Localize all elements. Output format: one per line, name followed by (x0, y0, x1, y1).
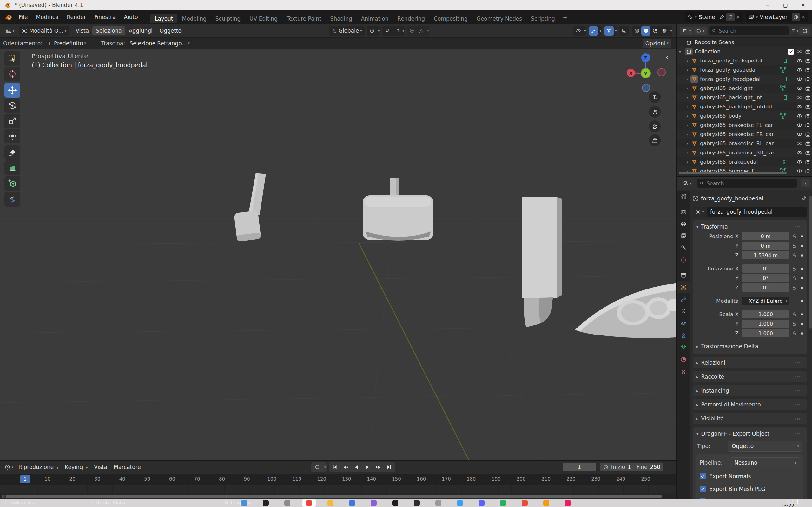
tab-output[interactable] (677, 218, 690, 230)
animate-dot[interactable] (801, 287, 803, 289)
material-shading-button[interactable] (651, 26, 660, 36)
render-camera-icon[interactable] (805, 131, 811, 137)
tool-add-cube[interactable] (4, 176, 20, 191)
hide-eye-icon[interactable] (797, 113, 803, 119)
hide-eye-icon[interactable] (797, 131, 803, 137)
menu-finestra[interactable]: Finestra (90, 12, 120, 22)
viewport-menu-oggetto[interactable]: Oggetto (156, 26, 185, 35)
collection-row[interactable]: ▾ Collection (677, 47, 812, 56)
hide-eye-icon[interactable] (797, 150, 803, 156)
workspace-tab-texture-paint[interactable]: Texture Paint (282, 14, 326, 23)
hide-eye-icon[interactable] (797, 159, 803, 165)
expand-icon[interactable]: › (684, 95, 691, 101)
tool-transform[interactable] (4, 129, 20, 143)
outliner-item[interactable]: › gabrysl65_brakedisc_FL_car (677, 120, 812, 130)
transform-value-field[interactable]: 0° (742, 274, 790, 282)
navigation-gizmo[interactable]: Z X Y (622, 51, 670, 98)
taskbar-app-icon[interactable] (327, 500, 334, 506)
autokey-record-button[interactable] (312, 463, 323, 471)
transform-value-field[interactable]: 0° (742, 265, 790, 273)
workspace-tab-modeling[interactable]: Modeling (177, 14, 211, 23)
object-id-icon[interactable]: ▾ (693, 207, 707, 217)
workspace-tab-shading[interactable]: Shading (326, 14, 357, 23)
animate-dot[interactable] (801, 277, 803, 279)
chevron-down-icon[interactable]: ▾ (402, 29, 404, 33)
viewport-menu-aggiungi[interactable]: Aggiungi (125, 26, 156, 35)
workspace-tab-layout[interactable]: Layout (150, 14, 178, 23)
render-camera-icon[interactable] (805, 104, 811, 110)
taskbar-app-icon[interactable] (565, 500, 571, 506)
panel-percorsi-di-movimento[interactable]: ▸ Percorsi di Movimento :::: (693, 399, 807, 410)
opzioni-dropdown[interactable]: Opzioni▾ (643, 39, 671, 48)
pipeline-dropdown[interactable]: Nessuno▾ (730, 457, 800, 468)
expand-icon[interactable]: › (684, 76, 691, 82)
lock-icon[interactable] (790, 321, 799, 327)
outliner-display-mode-dropdown[interactable]: ▾ (680, 26, 693, 35)
tab-world[interactable] (677, 254, 690, 266)
tab-physics[interactable] (677, 318, 690, 329)
ortho-toggle-button[interactable] (649, 134, 661, 146)
drag-grip-icon[interactable]: :::: (795, 388, 803, 393)
properties-editor-type-button[interactable]: ▾ (680, 179, 694, 187)
outliner-item[interactable]: › gabrysl65_backlight_intddd (677, 102, 812, 111)
timeline-menu-keying[interactable]: Keying ▾ (61, 463, 91, 471)
xray-toggle[interactable] (619, 26, 629, 36)
viewport-3d[interactable]: Prospettiva Utente (1) Collection | forz… (0, 49, 675, 460)
animate-dot[interactable] (801, 323, 803, 325)
tab-scene[interactable] (677, 242, 690, 254)
timeline-menu-riproduzione[interactable]: Riproduzione ▾ (15, 463, 61, 471)
timeline-track[interactable] (0, 485, 675, 493)
workspace-tab-compositing[interactable]: Compositing (429, 14, 472, 23)
tipo-dropdown[interactable]: Oggetto▾ (727, 441, 803, 452)
workspace-tab-uv-editing[interactable]: UV Editing (245, 14, 282, 23)
orientamento-dropdown[interactable]: Predefinito▾ (44, 39, 89, 48)
menu-aiuto[interactable]: Aiuto (120, 12, 142, 22)
lock-icon[interactable] (790, 266, 799, 271)
drag-grip-icon[interactable]: :::: (795, 416, 803, 421)
lock-icon[interactable] (790, 234, 799, 239)
scrollbar-handle[interactable] (3, 495, 6, 498)
timeline-menu-vista[interactable]: Vista (91, 463, 110, 471)
chevron-down-icon[interactable]: ▾ (670, 29, 672, 33)
prev-keyframe-button[interactable] (341, 463, 351, 471)
viewport-menu-vista[interactable]: Vista (72, 26, 92, 35)
taskbar-app-icon[interactable] (543, 500, 549, 506)
expand-icon[interactable]: › (684, 122, 691, 128)
outliner-item[interactable]: › gabrysl65_backlight_int (677, 93, 812, 102)
tab-material[interactable] (677, 353, 690, 365)
lock-icon[interactable] (790, 276, 799, 281)
checkbox-checked[interactable] (700, 486, 706, 492)
properties-search[interactable] (697, 179, 797, 188)
drag-grip-icon[interactable]: :::: (795, 224, 803, 229)
tool-move[interactable] (4, 83, 20, 98)
tab-collection[interactable] (677, 269, 690, 281)
outliner-hscrollbar[interactable] (679, 172, 786, 174)
show-overlays-toggle[interactable] (605, 26, 614, 36)
taskbar-app-icon[interactable] (284, 500, 290, 506)
workspace-tab-scripting[interactable]: Scripting (526, 14, 559, 23)
transform-value-field[interactable]: 1.000 (742, 310, 790, 318)
outliner-item[interactable]: › forza_goofy_brakepedal (677, 56, 812, 65)
tab-texture[interactable] (677, 365, 690, 378)
jump-to-end-button[interactable] (384, 463, 394, 471)
expand-icon[interactable]: › (684, 113, 691, 119)
visibility-dropdown[interactable]: ▾ (573, 26, 587, 36)
new-viewlayer-button[interactable] (792, 13, 800, 21)
panel-visibilità[interactable]: ▸ Visibilità :::: (693, 413, 807, 424)
chevron-down-icon[interactable]: ▾ (615, 29, 617, 33)
lock-icon[interactable] (790, 331, 799, 336)
playhead[interactable] (25, 483, 26, 493)
expand-icon[interactable]: › (684, 58, 691, 64)
hide-eye-icon[interactable] (797, 58, 803, 64)
proportional-falloff-icon[interactable] (417, 26, 426, 36)
chevron-down-icon[interactable]: ▾ (427, 29, 429, 33)
tool-cursor[interactable] (4, 67, 20, 81)
expand-icon[interactable]: › (684, 141, 691, 147)
animate-dot[interactable] (801, 235, 803, 237)
animate-dot[interactable] (801, 300, 803, 302)
tab-viewlayer[interactable] (677, 230, 690, 242)
expand-icon[interactable]: › (684, 86, 691, 91)
expand-icon[interactable]: › (684, 159, 691, 165)
current-frame-badge[interactable]: 1 (20, 475, 30, 483)
render-camera-icon[interactable] (805, 150, 811, 156)
